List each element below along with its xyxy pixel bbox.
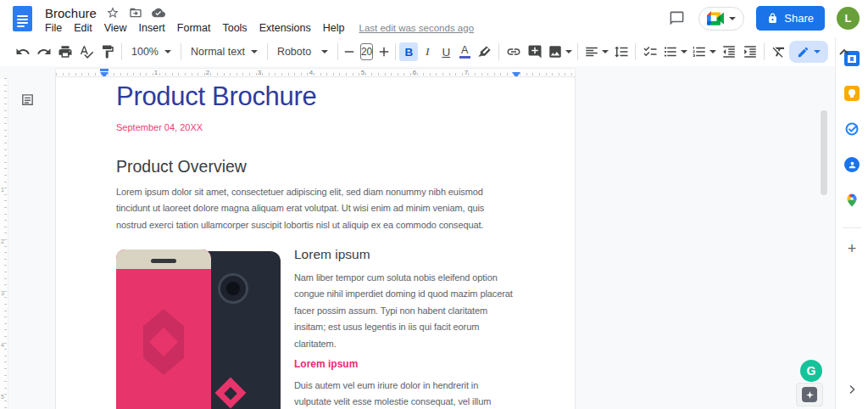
menu-help[interactable]: Help [317, 20, 351, 36]
document-title[interactable]: Brochure [45, 6, 97, 20]
print-icon [58, 44, 73, 59]
hide-panel-chevron-icon[interactable] [846, 384, 858, 395]
numbered-list-button[interactable] [689, 42, 718, 62]
redo-icon [36, 44, 52, 59]
editing-mode-button[interactable] [789, 41, 828, 63]
menu-edit[interactable]: Edit [68, 20, 98, 36]
plus-icon[interactable]: + [843, 240, 860, 257]
menu-extensions[interactable]: Extensions [253, 20, 317, 36]
font-select[interactable]: Roboto [271, 42, 334, 62]
menu-format[interactable]: Format [171, 20, 217, 36]
line-spacing-icon [614, 44, 629, 59]
vertical-scrollbar[interactable] [821, 110, 827, 195]
spellcheck-button[interactable] [75, 42, 97, 62]
account-avatar[interactable]: L [837, 7, 860, 30]
document-page[interactable]: Product Brochure September 04, 20XX Prod… [55, 76, 576, 409]
doc-date[interactable]: September 04, 20XX [116, 122, 203, 132]
join-meet-button[interactable] [698, 7, 744, 31]
menu-tools[interactable]: Tools [216, 20, 253, 36]
undo-icon [15, 44, 31, 59]
keep-icon[interactable] [844, 86, 860, 101]
contacts-icon[interactable] [844, 157, 860, 172]
add-comment-icon [527, 44, 542, 59]
phone-illustration[interactable] [116, 247, 282, 409]
last-edit-link[interactable]: Last edit was seconds ago [359, 23, 475, 33]
italic-button[interactable]: I [418, 42, 437, 61]
first-line-indent-marker[interactable] [100, 69, 108, 71]
share-button[interactable]: Share [756, 6, 825, 31]
toolbar: 100% Normal text Roboto 20 B I U A [0, 37, 835, 66]
line-spacing-button[interactable] [610, 42, 632, 62]
link-icon [506, 44, 521, 59]
google-docs-window: Brochure File Edit View Insert Format To… [0, 0, 868, 409]
increase-indent-button[interactable] [739, 42, 760, 62]
increase-font-size-button[interactable] [376, 42, 392, 62]
undo-button[interactable] [12, 42, 33, 62]
menu-file[interactable]: File [39, 20, 68, 36]
text-color-swatch [459, 56, 470, 59]
phone-camera [218, 273, 248, 304]
insert-image-button[interactable] [545, 42, 574, 62]
column-heading[interactable]: Lorem ipsum [294, 247, 370, 262]
redo-button[interactable] [33, 42, 54, 62]
tasks-icon[interactable] [844, 121, 860, 137]
insert-link-button[interactable] [503, 42, 524, 62]
app-header: Brochure File Edit View Insert Format To… [0, 0, 868, 37]
increase-indent-icon [743, 44, 758, 59]
collapse-toolbar-icon [839, 48, 849, 55]
cloud-saved-icon[interactable] [152, 6, 165, 20]
checklist-button[interactable] [639, 42, 660, 62]
meet-icon [707, 11, 724, 25]
collapse-toolbar-button[interactable] [833, 42, 855, 62]
paragraph-style-select[interactable]: Normal text [185, 42, 264, 62]
explore-button[interactable] [796, 383, 823, 406]
menu-view[interactable]: View [98, 20, 133, 36]
numbered-list-icon [692, 44, 707, 59]
print-button[interactable] [54, 42, 75, 62]
column-paragraph-1[interactable]: Nam liber tempor cum soluta nobis eleife… [294, 270, 513, 352]
lock-icon [767, 13, 778, 24]
decrease-indent-button[interactable] [718, 42, 739, 62]
highlight-color-button[interactable] [474, 42, 495, 62]
clear-formatting-icon [771, 44, 787, 59]
side-panel: + [835, 37, 868, 409]
insert-image-icon [548, 44, 563, 59]
comment-icon [669, 10, 685, 26]
minus-icon [342, 44, 357, 59]
bold-button[interactable]: B [399, 42, 418, 61]
open-comments-button[interactable] [666, 8, 687, 29]
share-label: Share [784, 12, 814, 25]
add-comment-button[interactable] [524, 42, 545, 62]
menu-insert[interactable]: Insert [133, 20, 171, 36]
star-icon[interactable] [106, 6, 120, 20]
grammarly-icon[interactable]: G [800, 360, 822, 382]
side-panel-divider [843, 227, 861, 228]
doc-section-heading[interactable]: Product Overview [116, 157, 247, 176]
decrease-font-size-button[interactable] [342, 42, 357, 62]
menu-bar: File Edit View Insert Format Tools Exten… [39, 20, 474, 36]
column-subheading[interactable]: Lorem ipsum [294, 358, 358, 370]
plus-icon [376, 44, 392, 59]
align-button[interactable] [581, 42, 610, 62]
move-folder-icon[interactable] [129, 6, 142, 20]
phone-bezel [116, 249, 211, 269]
phone-front-logo [143, 309, 184, 375]
zoom-select[interactable]: 100% [125, 42, 177, 62]
show-document-outline-button[interactable] [17, 89, 37, 109]
phone-speaker-slot [151, 259, 176, 263]
meet-dropdown-caret [729, 17, 736, 20]
paint-format-button[interactable] [97, 42, 118, 62]
document-outline-icon [20, 92, 35, 107]
phone-back-logo [215, 378, 247, 409]
docs-logo[interactable] [13, 6, 32, 31]
font-size-input[interactable]: 20 [360, 43, 373, 60]
maps-icon[interactable] [844, 193, 860, 208]
clear-formatting-button[interactable] [768, 42, 789, 62]
bulleted-list-button[interactable] [660, 42, 689, 62]
doc-heading-title[interactable]: Product Brochure [116, 81, 316, 112]
column-paragraph-2[interactable]: Duis autem vel eum iriure dolor in hendr… [294, 378, 513, 409]
underline-button[interactable]: U [437, 42, 455, 61]
bulleted-list-icon [663, 44, 678, 59]
doc-intro-paragraph[interactable]: Lorem ipsum dolor sit amet, consectetuer… [116, 184, 511, 233]
text-color-button[interactable]: A [455, 42, 474, 61]
